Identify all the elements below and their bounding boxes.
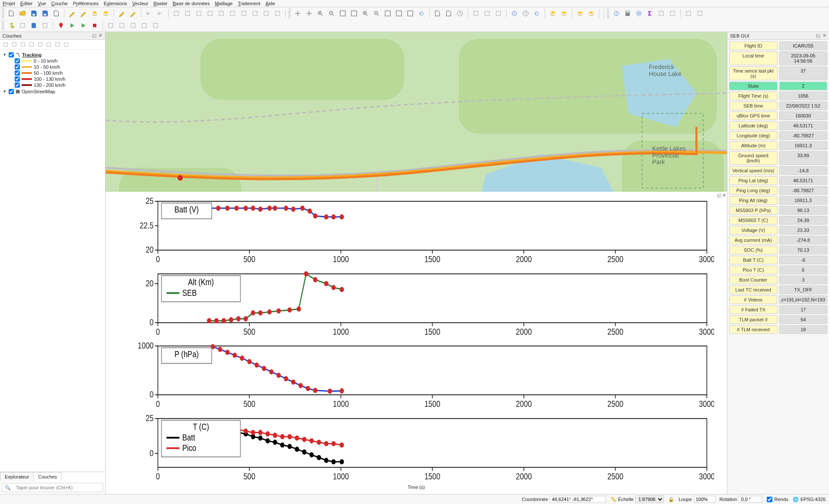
menu-projet[interactable]: Projet — [3, 1, 15, 6]
default-button[interactable] — [40, 20, 50, 31]
save-button[interactable] — [29, 8, 39, 19]
new-button[interactable] — [51, 8, 61, 19]
default-button[interactable] — [139, 20, 150, 31]
default-button[interactable] — [117, 20, 127, 31]
zoom-in-button[interactable] — [315, 8, 325, 19]
find-input[interactable] — [13, 483, 103, 492]
menu-éditer[interactable]: Éditer — [20, 1, 33, 6]
default-button[interactable] — [471, 8, 481, 19]
default-button[interactable] — [227, 8, 238, 19]
pin-button[interactable] — [56, 20, 66, 31]
menu-couche[interactable]: Couche — [51, 1, 68, 6]
zoom-out-button[interactable] — [326, 8, 337, 19]
menu-vecteur[interactable]: Vecteur — [132, 1, 148, 6]
lock-field[interactable]: 🔒 — [668, 497, 674, 502]
open-button[interactable] — [17, 8, 28, 19]
default-button[interactable] — [150, 20, 161, 31]
layer-label[interactable]: 130 - 200 km/h — [34, 82, 65, 88]
layer-label[interactable]: 10 - 50 km/h — [34, 64, 60, 70]
coord-input[interactable] — [550, 496, 606, 503]
menu-traitement[interactable]: Traitement — [238, 1, 260, 6]
identify-button[interactable]: i — [509, 8, 520, 19]
default-button[interactable] — [493, 8, 504, 19]
layer-checkbox[interactable] — [15, 64, 20, 70]
layer-checkbox[interactable] — [15, 82, 20, 88]
expand-icon[interactable]: ▾ — [3, 89, 7, 94]
layer-checkbox[interactable] — [15, 70, 20, 76]
layer-checkbox[interactable] — [9, 52, 14, 57]
map-canvas[interactable]: TimminsSchumacherSouth PorcupinePorcupin… — [105, 32, 727, 192]
add-group-icon[interactable] — [11, 41, 17, 48]
menu-aide[interactable]: Aide — [265, 1, 275, 6]
zoom-full-button[interactable] — [349, 8, 359, 19]
loupe-input[interactable] — [694, 496, 715, 503]
play-button[interactable] — [78, 20, 89, 31]
layer-button[interactable] — [548, 8, 558, 19]
new-button[interactable] — [443, 8, 454, 19]
default-button[interactable] — [261, 8, 271, 19]
pencil-icon[interactable] — [3, 41, 9, 48]
render-checkbox[interactable] — [767, 497, 772, 502]
default-button[interactable] — [250, 8, 260, 19]
identify-button[interactable]: i — [611, 8, 622, 19]
menu-maillage[interactable]: Maillage — [215, 1, 233, 6]
edit-button[interactable] — [128, 8, 138, 19]
layer-label[interactable]: Tracking — [22, 52, 41, 57]
python-button[interactable]: 🐍 — [6, 20, 16, 31]
edit-button[interactable] — [117, 8, 127, 19]
layer-button[interactable] — [586, 8, 596, 19]
crs-field[interactable]: 🌐 EPSG:4326 — [793, 497, 826, 502]
tab-explorateur[interactable]: Explorateur — [0, 472, 34, 481]
default-button[interactable] — [182, 8, 193, 19]
layer-label[interactable]: 0 - 10 km/h — [34, 58, 57, 63]
layer-label[interactable]: OpenStreetMap — [22, 89, 55, 94]
expand-icon[interactable] — [46, 41, 52, 48]
scale-select[interactable]: 1:87906 — [635, 495, 664, 503]
undock-icon[interactable]: ◱ — [92, 33, 96, 38]
zoom-full-button[interactable] — [394, 8, 404, 19]
pan-button[interactable] — [304, 8, 314, 19]
layer-button[interactable] — [101, 8, 111, 19]
default-button[interactable] — [17, 20, 28, 31]
undo-button[interactable] — [144, 8, 154, 19]
tab-couches[interactable]: Couches — [33, 472, 61, 481]
default-button[interactable] — [272, 8, 283, 19]
gear-button[interactable] — [634, 8, 644, 19]
default-button[interactable] — [205, 8, 215, 19]
filter-icon[interactable] — [29, 41, 35, 48]
clock-button[interactable] — [455, 8, 465, 19]
default-button[interactable] — [105, 20, 116, 31]
db-button[interactable] — [29, 20, 39, 31]
default-button[interactable] — [683, 8, 694, 19]
remove-icon[interactable] — [63, 41, 69, 48]
default-button[interactable] — [171, 8, 182, 19]
layer-button[interactable] — [559, 8, 569, 19]
layer-label[interactable]: 100 - 130 km/h — [34, 76, 65, 82]
calc-button[interactable] — [622, 8, 633, 19]
layer-label[interactable]: 50 - 100 km/h — [34, 70, 63, 76]
default-button[interactable] — [656, 8, 666, 19]
layer-button[interactable] — [89, 8, 100, 19]
default-button[interactable] — [239, 8, 249, 19]
layer-checkbox[interactable] — [15, 76, 20, 82]
collapse-icon[interactable] — [54, 41, 61, 48]
undock-icon[interactable]: ◱ — [717, 193, 721, 198]
layer-button[interactable] — [575, 8, 585, 19]
expand-icon[interactable]: ▾ — [3, 52, 7, 57]
layer-checkbox[interactable] — [9, 89, 14, 94]
expression-icon[interactable] — [37, 41, 43, 48]
rotation-input[interactable] — [739, 496, 762, 503]
menu-base-de-données[interactable]: Base de données — [173, 1, 210, 6]
refresh-button[interactable] — [416, 8, 427, 19]
undock-icon[interactable]: ◱ — [816, 33, 820, 38]
stop-button[interactable] — [89, 20, 100, 31]
zoom-full-button[interactable] — [405, 8, 415, 19]
undo-button[interactable] — [155, 8, 166, 19]
layer-checkbox[interactable] — [15, 58, 20, 63]
play-button[interactable] — [67, 20, 77, 31]
default-button[interactable] — [482, 8, 492, 19]
menu-préférences[interactable]: Préférences — [73, 1, 99, 6]
default-button[interactable] — [695, 8, 705, 19]
clock-button[interactable] — [520, 8, 531, 19]
zoom-out-button[interactable] — [371, 8, 382, 19]
